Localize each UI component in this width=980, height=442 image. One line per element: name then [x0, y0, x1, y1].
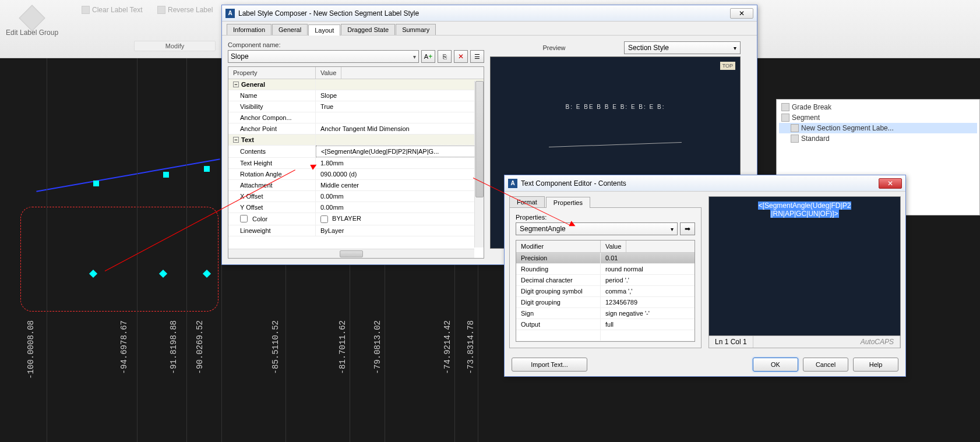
reverse-label-label: Reverse Label: [168, 6, 213, 14]
propgrid-group[interactable]: − General: [228, 79, 484, 90]
tab-dragged-state[interactable]: Dragged State: [341, 24, 395, 35]
ok-button[interactable]: OK: [753, 358, 798, 372]
tab-summary[interactable]: Summary: [396, 24, 436, 35]
modifier-row[interactable]: Precision0.01: [516, 253, 695, 264]
hscrollbar[interactable]: [228, 249, 474, 258]
delete-component-button[interactable]: ✕: [454, 50, 468, 63]
station-label: -100.0008.08: [26, 320, 36, 379]
app-icon: A: [225, 9, 235, 18]
modifier-row[interactable]: Digit grouping123456789: [516, 297, 695, 308]
grid-line: [186, 58, 187, 442]
grid-line: [137, 58, 138, 442]
composer-tabs: InformationGeneralLayoutDragged StateSum…: [222, 22, 757, 36]
station-label: -81.7011.62: [338, 320, 347, 374]
folder-icon: [781, 114, 789, 122]
propgrid-row[interactable]: LineweightByLayer: [228, 225, 484, 236]
import-text-button[interactable]: Import Text...: [512, 358, 587, 372]
folder-icon: [791, 124, 799, 132]
tce-tabs: FormatProperties: [509, 196, 701, 208]
modifier-header: Modifier Value: [516, 241, 695, 253]
propgrid-row[interactable]: X Offset0.00mm: [228, 191, 484, 202]
status-autocaps[interactable]: AutoCAPS: [855, 336, 900, 348]
header-value: Value: [601, 241, 626, 252]
tree-item[interactable]: New Section Segment Labe...: [779, 123, 977, 133]
propgrid-group[interactable]: − Text: [228, 135, 484, 146]
close-button[interactable]: ✕: [730, 8, 753, 19]
copy-component-button[interactable]: ⎘: [438, 50, 452, 63]
edit-label-group-button[interactable]: Edit Label Group: [6, 9, 58, 37]
component-name-value: Slope: [231, 52, 249, 61]
preview-sample-text: B: E BE B B E B: E B: E B:: [566, 104, 665, 110]
tce-left-panel: FormatProperties Properties: SegmentAngl…: [509, 196, 701, 348]
editor-textarea[interactable]: <[SegmentAngle(Udeg|FD|P2 |RN|AP|GC|UN|O…: [708, 196, 901, 336]
clear-label-text-button[interactable]: Clear Label Text: [82, 6, 143, 14]
reverse-label-button[interactable]: Reverse Label: [157, 6, 213, 14]
station-label: -79.0813.02: [373, 320, 382, 374]
tree-item[interactable]: Segment: [779, 112, 977, 123]
properties-combo[interactable]: SegmentAngle: [516, 222, 678, 235]
editor-line: |RN|AP|GC|UN|OF)]>: [770, 210, 838, 218]
propgrid-row[interactable]: Anchor PointAnchor Tangent Mid Dimension: [228, 123, 484, 135]
tab-layout[interactable]: Layout: [308, 24, 340, 36]
clear-label-text-label: Clear Label Text: [92, 6, 143, 14]
tce-title: Text Component Editor - Contents: [521, 179, 879, 188]
tree-item[interactable]: Standard: [779, 133, 977, 144]
header-modifier: Modifier: [516, 241, 601, 252]
modifier-row[interactable]: Decimal characterperiod '.': [516, 275, 695, 286]
modifier-row[interactable]: Roundinground normal: [516, 264, 695, 275]
preview-style-value: Section Style: [628, 44, 669, 52]
modifier-row[interactable]: Signsign negative '-': [516, 308, 695, 319]
propgrid-row[interactable]: Color BYLAYER: [228, 213, 484, 225]
station-label: -85.5110.52: [271, 320, 280, 374]
propgrid-row[interactable]: VisibilityTrue: [228, 101, 484, 112]
grip[interactable]: [93, 181, 99, 186]
propgrid-row[interactable]: NameSlope: [228, 90, 484, 101]
propgrid-row[interactable]: Contents<[SegmentAngle(Udeg|FD|P2|RN|AP|…: [228, 146, 484, 158]
propgrid-row[interactable]: Y Offset0.00mm: [228, 202, 484, 213]
propgrid-row[interactable]: Text Height1.80mm: [228, 158, 484, 169]
editor-line: <[SegmentAngle(Udeg|FD|P2: [758, 201, 852, 210]
property-grid[interactable]: Property Value − GeneralNameSlopeVisibil…: [228, 66, 484, 259]
preview-style-combo[interactable]: Section Style: [624, 41, 741, 54]
modifier-row[interactable]: Outputfull: [516, 319, 695, 330]
order-component-button[interactable]: ☰: [470, 50, 484, 63]
top-badge: TOP: [720, 62, 735, 70]
modifier-table[interactable]: Modifier Value Precision0.01Roundingroun…: [516, 240, 695, 342]
folder-icon: [791, 135, 799, 143]
add-component-button[interactable]: A+: [421, 50, 435, 63]
close-button[interactable]: ✕: [879, 178, 902, 189]
station-label: -73.8314.78: [466, 320, 475, 374]
propgrid-row[interactable]: Anchor Compon...: [228, 112, 484, 123]
hscroll-thumb[interactable]: [340, 250, 363, 257]
tab-information[interactable]: Information: [227, 24, 272, 35]
tab-properties[interactable]: Properties: [546, 197, 590, 208]
cancel-button[interactable]: Cancel: [803, 358, 848, 372]
editor-statusbar: Ln 1 Col 1 AutoCAPS: [708, 336, 901, 348]
grip[interactable]: [204, 166, 210, 172]
polyline: [36, 158, 220, 192]
component-name-label: Component name:: [228, 41, 484, 48]
composer-left-panel: Component name: Slope A+ ⎘ ✕ ☰ Property …: [228, 41, 484, 259]
properties-label: Properties:: [516, 214, 695, 221]
propgrid-row[interactable]: AttachmentMiddle center: [228, 180, 484, 191]
propgrid-row[interactable]: Rotation Angle090.0000 (d): [228, 169, 484, 180]
station-label: -74.9214.42: [443, 320, 452, 374]
tree-item[interactable]: Grade Break: [779, 102, 977, 112]
preview-label: Preview: [490, 44, 618, 51]
text-component-editor-dialog: A Text Component Editor - Contents ✕ For…: [504, 175, 906, 377]
grip[interactable]: [163, 172, 169, 178]
modifier-row[interactable]: Digit grouping symbolcomma ',': [516, 286, 695, 297]
help-button[interactable]: Help: [853, 358, 898, 372]
properties-value: SegmentAngle: [520, 225, 566, 233]
folder-icon: [781, 103, 789, 111]
tab-general[interactable]: General: [272, 24, 308, 35]
tce-titlebar[interactable]: A Text Component Editor - Contents ✕: [505, 175, 905, 192]
vscrollbar[interactable]: [474, 81, 484, 247]
composer-titlebar[interactable]: A Label Style Composer - New Section Seg…: [222, 5, 757, 22]
tce-editor-panel: <[SegmentAngle(Udeg|FD|P2 |RN|AP|GC|UN|O…: [708, 196, 901, 348]
component-name-combo[interactable]: Slope: [228, 50, 419, 63]
insert-property-button[interactable]: ➡: [680, 222, 695, 235]
app-icon: A: [508, 179, 517, 188]
reverse-icon: [157, 6, 165, 14]
modifier-row-blank: [516, 330, 695, 341]
